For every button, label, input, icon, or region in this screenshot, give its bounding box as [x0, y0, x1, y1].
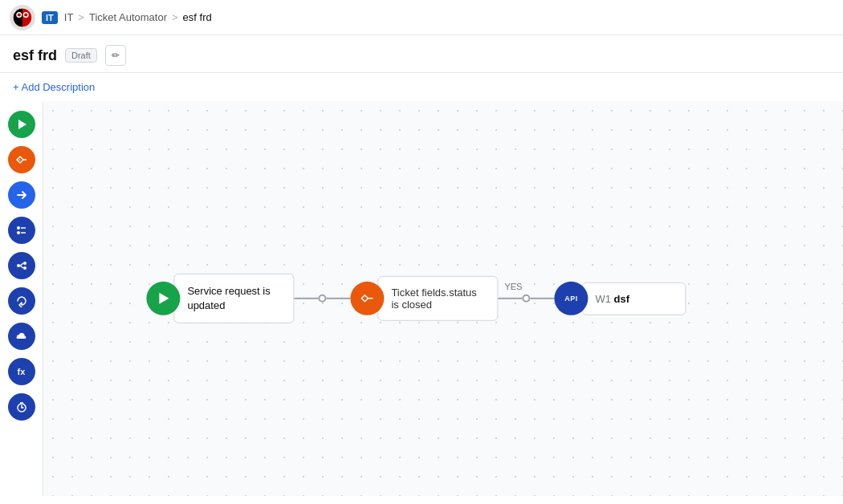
svg-point-5 — [24, 13, 27, 16]
sidebar-icon-queue[interactable] — [8, 217, 35, 244]
flow-canvas: Service request is updated Ticket fields… — [43, 101, 843, 496]
trigger-label: Service request is updated — [187, 285, 270, 311]
draft-badge: Draft — [65, 48, 97, 63]
action-prefix: W1 — [595, 293, 611, 305]
it-badge: IT — [42, 11, 58, 24]
add-description-link[interactable]: + Add Description — [13, 81, 95, 93]
api-label: API — [564, 295, 578, 303]
sidebar: fx — [0, 101, 43, 496]
flow-diagram: Service request is updated Ticket fields… — [146, 274, 686, 323]
svg-point-14 — [23, 262, 26, 265]
condition-node[interactable]: Ticket fields.status is closed — [350, 276, 498, 321]
line-4 — [530, 298, 554, 299]
main-layout: fx Service request is updated — [0, 101, 843, 496]
connector-dot-2[interactable] — [522, 295, 530, 303]
svg-point-4 — [18, 13, 21, 16]
action-icon: API — [554, 282, 588, 315]
breadcrumb-current: esf frd — [183, 11, 212, 23]
svg-point-11 — [17, 264, 20, 267]
condition-icon — [350, 282, 384, 315]
svg-marker-20 — [159, 293, 169, 304]
condition-label: Ticket fields.status is closed — [391, 287, 476, 311]
sidebar-icon-cloud[interactable] — [8, 323, 35, 350]
action-label: W1 dsf — [595, 293, 629, 305]
action-box: W1 dsf — [581, 282, 686, 315]
connector-dot-1[interactable] — [318, 295, 326, 303]
sidebar-icon-action[interactable] — [8, 181, 35, 209]
yes-label: YES — [504, 282, 522, 291]
action-node[interactable]: API W1 dsf — [554, 282, 686, 315]
sidebar-icon-trigger[interactable] — [8, 111, 35, 138]
app-logo — [10, 5, 35, 30]
connector-1 — [294, 295, 350, 303]
header: IT IT > Ticket Automator > esf frd — [0, 0, 843, 35]
trigger-icon — [146, 282, 180, 315]
sidebar-icon-condition[interactable] — [8, 146, 35, 173]
connector-2 — [498, 295, 554, 303]
sidebar-icon-timer[interactable] — [8, 393, 35, 421]
edit-button[interactable]: ✏ — [105, 45, 126, 66]
svg-point-9 — [17, 231, 20, 234]
condition-box: Ticket fields.status is closed — [377, 276, 498, 321]
add-description-bar: + Add Description — [0, 73, 843, 101]
breadcrumb-sep2: > — [172, 11, 178, 23]
page-title: esf frd — [13, 47, 57, 64]
breadcrumb: IT > Ticket Automator > esf frd — [64, 11, 212, 23]
trigger-box: Service request is updated — [173, 274, 294, 323]
svg-point-15 — [23, 266, 26, 270]
yes-connector-wrapper: YES — [498, 295, 554, 303]
sidebar-icon-function[interactable]: fx — [8, 358, 35, 385]
trigger-node[interactable]: Service request is updated — [146, 274, 294, 323]
line-2 — [326, 298, 350, 299]
breadcrumb-sep1: > — [78, 11, 84, 23]
svg-point-7 — [17, 226, 20, 230]
breadcrumb-it[interactable]: IT — [64, 11, 74, 23]
subheader: esf frd Draft ✏ — [0, 35, 843, 73]
sidebar-icon-loop[interactable] — [8, 287, 35, 315]
breadcrumb-automator[interactable]: Ticket Automator — [89, 11, 167, 23]
function-label: fx — [18, 367, 26, 376]
edit-icon: ✏ — [112, 50, 120, 61]
svg-line-13 — [20, 266, 23, 268]
sidebar-icon-branch[interactable] — [8, 252, 35, 279]
svg-marker-6 — [18, 120, 26, 129]
line-1 — [294, 298, 318, 299]
action-name: dsf — [614, 293, 630, 305]
line-3 — [498, 298, 522, 299]
